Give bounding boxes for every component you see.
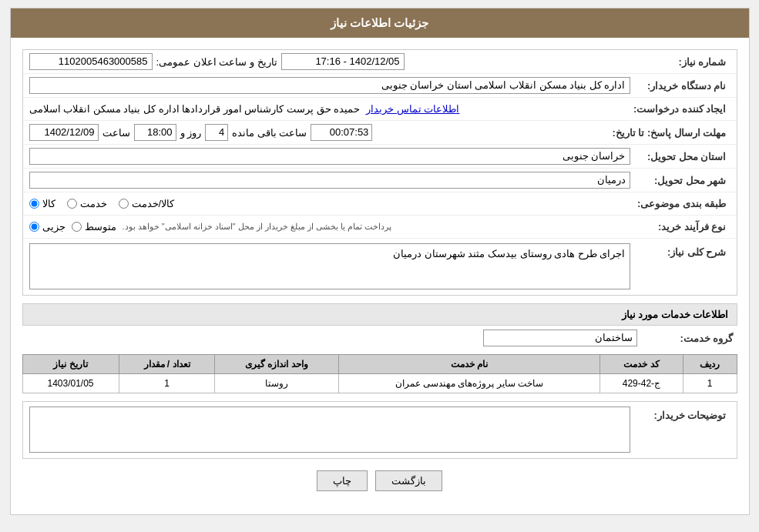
content: شماره نیاز: 1402/12/05 - 17:16 تاریخ و س… [11,38,749,514]
col-quantity: تعداد / مقدار [119,355,215,374]
services-table: ردیف کد خدمت نام خدمت واحد اندازه گیری ت… [22,354,737,393]
category-kala-khedmat-label: کالا/خدمت [132,198,175,209]
row-purchase-type: نوع فرآیند خرید: پرداخت تمام یا بخشی از … [23,216,737,239]
category-label: طبقه بندی موضوعی: [630,198,730,209]
announce-date-value: 1402/12/05 - 17:16 [281,53,405,70]
description-wrapper: document.querySelector('[data-name="desc… [29,243,630,292]
row-need-number: شماره نیاز: 1402/12/05 - 17:16 تاریخ و س… [23,50,737,74]
deadline-remaining-label: ساعت باقی مانده [232,127,307,139]
category-kala-label: کالا [42,198,55,209]
category-khedmat-label: خدمت [80,198,107,209]
row-category: طبقه بندی موضوعی: کالا/خدمت خدمت کالا [23,192,737,216]
creator-label: ایجاد کننده درخواست: [630,103,730,115]
purchase-jozei-radio[interactable] [29,222,39,232]
row-creator: ایجاد کننده درخواست: اطلاعات تماس خریدار… [23,98,737,121]
row-buyer-org: نام دستگاه خریدار: اداره کل بنیاد مسکن ا… [23,74,737,98]
purchase-type-label: نوع فرآیند خرید: [630,221,730,233]
purchase-motavasset-label: متوسط [85,221,116,233]
service-group-value: ساختمان [483,330,637,346]
col-service-code: کد خدمت [600,355,683,374]
cell-code: ج-42-429 [600,374,683,393]
button-row: بازگشت چاپ [22,470,737,503]
col-unit: واحد اندازه گیری [215,355,338,374]
date-time-group: 1402/12/05 - 17:16 تاریخ و ساعت اعلان عم… [29,53,630,70]
cell-quantity: 1 [119,374,215,393]
print-button[interactable]: چاپ [317,470,368,491]
creator-link[interactable]: اطلاعات تماس خریدار [366,103,459,115]
purchase-jozei-label: جزیی [42,221,65,233]
deadline-time: 18:00 [134,124,176,141]
row-deadline: مهلت ارسال پاسخ: تا تاریخ: 00:07:53 ساعت… [23,121,737,145]
buyer-org-label: نام دستگاه خریدار: [630,80,730,92]
services-table-section: ردیف کد خدمت نام خدمت واحد اندازه گیری ت… [22,354,737,393]
purchase-type-group: پرداخت تمام یا بخشی از مبلغ خریدار از مح… [29,221,630,233]
need-number-value: 1102005463000585 [29,53,153,70]
cell-row: 1 [683,374,737,393]
need-number-label: شماره نیاز: [630,56,730,68]
category-kala-khedmat-item: کالا/خدمت [119,198,175,209]
category-kala-item: کالا [29,198,55,209]
back-button[interactable]: بازگشت [375,470,442,491]
row-description: شرح کلی نیاز: document.querySelector('[d… [23,239,737,295]
deadline-label: مهلت ارسال پاسخ: تا تاریخ: [612,127,730,139]
table-header-row: ردیف کد خدمت نام خدمت واحد اندازه گیری ت… [22,355,737,374]
creator-value: حمیده حق پرست کارشناس امور قراردادها ادا… [29,103,361,115]
province-value: خراسان جنوبی [29,148,630,165]
row-buyer-notes: توضیحات خریدار: [22,401,737,459]
service-group-label: گروه خدمت: [637,333,737,344]
row-city: شهر محل تحویل: درمیان [23,169,737,192]
buyer-org-value: اداره کل بنیاد مسکن انقلاب اسلامی استان … [29,77,630,94]
services-section-title: اطلاعات خدمات مورد نیاز [22,303,737,326]
col-service-name: نام خدمت [338,355,600,374]
category-khedmat-radio[interactable] [67,199,77,209]
col-date: تاریخ نیاز [22,355,119,374]
city-value: درمیان [29,172,630,189]
page-title: جزئیات اطلاعات نیاز [331,16,428,29]
city-label: شهر محل تحویل: [630,175,730,186]
col-row-number: ردیف [683,355,737,374]
province-label: استان محل تحویل: [630,151,730,162]
main-info-section: شماره نیاز: 1402/12/05 - 17:16 تاریخ و س… [22,49,737,296]
description-textarea[interactable] [29,243,630,289]
announce-date-label: تاریخ و ساعت اعلان عمومی: [156,56,277,68]
purchase-motavasset-radio[interactable] [72,222,82,232]
purchase-note: پرداخت تمام یا بخشی از مبلغ خریدار از مح… [123,222,392,232]
deadline-remaining: 00:07:53 [311,124,372,141]
description-label: شرح کلی نیاز: [630,243,730,258]
category-kala-khedmat-radio[interactable] [119,199,129,209]
creator-value-group: اطلاعات تماس خریدار حمیده حق پرست کارشنا… [29,103,630,115]
category-kala-radio[interactable] [29,199,39,209]
deadline-date: 1402/12/09 [29,124,99,141]
cell-date: 1403/01/05 [22,374,119,393]
cell-unit: روستا [215,374,338,393]
buyer-notes-textarea[interactable] [29,407,630,453]
category-khedmat-item: خدمت [67,198,107,209]
buyer-notes-label: توضیحات خریدار: [630,407,730,421]
row-province: استان محل تحویل: خراسان جنوبی [23,145,737,169]
table-row: 1ج-42-429ساخت سایر پروژه‌های مهندسی عمرا… [22,374,737,393]
category-radio-group: کالا/خدمت خدمت کالا [29,198,630,209]
page-container: جزئیات اطلاعات نیاز شماره نیاز: 1402/12/… [10,8,750,515]
deadline-days-label: روز و [180,127,202,139]
purchase-motavasset-item: متوسط [72,221,116,233]
deadline-days: 4 [205,124,228,141]
service-group-row: گروه خدمت: ساختمان [22,330,737,346]
deadline-group: 00:07:53 ساعت باقی مانده 4 روز و 18:00 س… [29,124,613,141]
cell-name: ساخت سایر پروژه‌های مهندسی عمران [338,374,600,393]
deadline-time-label: ساعت [102,127,130,139]
purchase-jozei-item: جزیی [29,221,65,233]
page-header: جزئیات اطلاعات نیاز [11,8,749,38]
buyer-notes-wrapper [29,407,630,455]
